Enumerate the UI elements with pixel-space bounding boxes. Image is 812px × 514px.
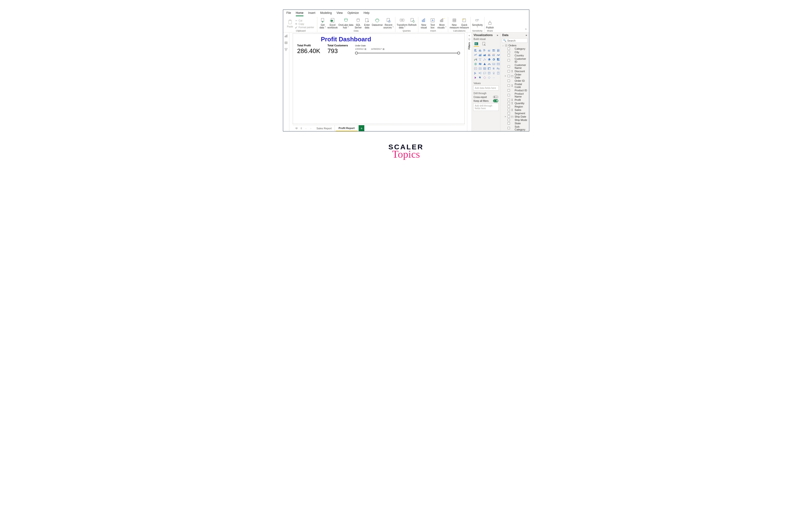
new-visual-button[interactable]: New visual xyxy=(420,17,428,29)
report-view-icon[interactable] xyxy=(284,34,288,38)
viz-line-stacked-column-icon[interactable] xyxy=(487,53,491,57)
model-view-icon[interactable] xyxy=(284,48,288,51)
build-visual-tab-icon[interactable] xyxy=(474,41,479,47)
menu-view[interactable]: View xyxy=(337,11,343,16)
field-checkbox[interactable] xyxy=(508,94,510,96)
values-well[interactable]: Add data fields here xyxy=(473,85,499,90)
field-checkbox[interactable] xyxy=(508,80,510,82)
viz-card-icon[interactable]: 123 xyxy=(492,62,496,66)
menu-file[interactable]: File xyxy=(287,11,291,16)
field-checkbox[interactable] xyxy=(508,99,510,101)
viz-powerapps-icon[interactable] xyxy=(474,76,477,80)
menu-home[interactable]: Home xyxy=(296,11,303,16)
viz-kpi-icon[interactable] xyxy=(474,67,477,71)
viz-waterfall-icon[interactable] xyxy=(474,58,477,61)
sql-server-button[interactable]: SQL Server xyxy=(354,17,362,29)
recent-sources-button[interactable]: Recent sources ˅ xyxy=(383,17,394,29)
field-product-name[interactable]: Product Name xyxy=(501,92,528,98)
field-region[interactable]: Region xyxy=(501,105,528,108)
paste-button[interactable]: Paste xyxy=(286,19,294,28)
viz-area-chart-icon[interactable] xyxy=(478,53,482,57)
viz-azure-map-icon[interactable] xyxy=(483,62,487,66)
field-checkbox[interactable] xyxy=(508,59,510,61)
slicer-end[interactable]: 12/30/2017▦ xyxy=(371,48,385,50)
page-nav-prev-icon[interactable]: ‹ xyxy=(304,127,308,130)
viz-pie-icon[interactable] xyxy=(487,58,491,61)
viz-smart-narrative-icon[interactable] xyxy=(487,71,491,75)
menu-modeling[interactable]: Modeling xyxy=(320,11,332,16)
viz-treemap-icon[interactable] xyxy=(496,58,500,61)
field-postal-code[interactable]: ΣPostal Code xyxy=(501,82,528,89)
viz-stacked-bar-icon[interactable] xyxy=(474,49,477,52)
menu-optimize[interactable]: Optimize xyxy=(347,11,358,16)
viz-python-visual-icon[interactable]: Py xyxy=(496,67,500,71)
viz-get-more-icon[interactable]: ⋯ xyxy=(492,76,496,80)
more-visuals-button[interactable]: +More visuals ˅ xyxy=(437,17,446,29)
fields-search-input[interactable]: 🔍 Search xyxy=(502,38,528,43)
field-order-id[interactable]: Order ID xyxy=(501,79,528,82)
viz-line-clustered-column-icon[interactable] xyxy=(492,53,496,57)
slider-thumb-left[interactable] xyxy=(355,52,358,54)
field-country[interactable]: Country xyxy=(501,54,528,57)
field-checkbox[interactable] xyxy=(508,122,510,125)
viz-donut-icon[interactable] xyxy=(492,58,496,61)
field-customer-name[interactable]: Customer Name xyxy=(501,63,528,70)
onelake-datahub-button[interactable]: OneLake data hub ˅ xyxy=(338,17,353,29)
copy-button[interactable]: ⧉Copy xyxy=(295,22,314,26)
viz-custom1-icon[interactable] xyxy=(483,76,487,80)
field-checkbox[interactable] xyxy=(508,48,510,50)
field-city[interactable]: City xyxy=(501,50,528,54)
field-checkbox[interactable] xyxy=(508,51,510,53)
refresh-button[interactable]: Refresh xyxy=(408,17,417,29)
viz-metrics-icon[interactable] xyxy=(492,71,496,75)
field-sales[interactable]: ΣSales xyxy=(501,108,528,112)
viz-100-stacked-bar-icon[interactable] xyxy=(492,49,496,52)
page-tab-sales-report[interactable]: Sales Report xyxy=(314,125,335,131)
field-checkbox[interactable] xyxy=(508,119,510,121)
viz-decomposition-tree-icon[interactable] xyxy=(478,71,482,75)
field-checkbox[interactable] xyxy=(508,75,510,77)
viz-multirow-card-icon[interactable] xyxy=(496,62,500,66)
pane-collapse-icon[interactable]: » xyxy=(497,34,498,36)
field-discount[interactable]: ΣDiscount xyxy=(501,70,528,73)
field-category[interactable]: Category xyxy=(501,47,528,50)
cut-button[interactable]: ✂Cut xyxy=(295,19,314,22)
field-checkbox[interactable] xyxy=(508,112,510,114)
viz-scatter-icon[interactable] xyxy=(483,58,487,61)
sensitivity-button[interactable]: Sensitivity ˅ xyxy=(472,17,483,29)
viz-table-icon[interactable] xyxy=(483,67,487,71)
viz-clustered-column-icon[interactable] xyxy=(487,49,491,52)
format-visual-tab-icon[interactable] xyxy=(481,41,487,47)
viz-slicer-icon[interactable] xyxy=(478,67,482,71)
viz-stacked-column-icon[interactable] xyxy=(478,49,482,52)
table-orders-node[interactable]: ⌄ Orders xyxy=(501,44,528,47)
field-checkbox[interactable] xyxy=(508,115,510,118)
field-quantity[interactable]: ΣQuantity xyxy=(501,102,528,105)
viz-stacked-area-icon[interactable] xyxy=(483,53,487,57)
enter-data-button[interactable]: Enter data xyxy=(363,17,371,29)
field-product-id[interactable]: Product ID xyxy=(501,89,528,92)
field-order-date[interactable]: >Order Date xyxy=(501,73,528,79)
page-add-button[interactable]: + xyxy=(358,125,364,131)
viz-ribbon-chart-icon[interactable] xyxy=(496,53,500,57)
excel-workbook-button[interactable]: XExcel workbook xyxy=(327,17,338,29)
field-segment[interactable]: Segment xyxy=(501,112,528,115)
viz-key-influencers-icon[interactable] xyxy=(474,71,477,75)
report-canvas[interactable]: Profit Dashboard Total Profit 286.40K To… xyxy=(293,33,465,124)
field-checkbox[interactable] xyxy=(508,65,510,67)
get-data-button[interactable]: Get data ˅ xyxy=(319,17,327,29)
viz-funnel-icon[interactable] xyxy=(478,58,482,61)
publish-button[interactable]: Publish xyxy=(486,20,494,29)
new-measure-button[interactable]: New measure xyxy=(450,17,459,29)
cross-report-toggle[interactable]: Off xyxy=(493,96,498,99)
field-customer-id[interactable]: Customer ID xyxy=(501,57,528,63)
field-checkbox[interactable] xyxy=(508,105,510,108)
field-checkbox[interactable] xyxy=(508,127,510,129)
quick-measure-button[interactable]: Quick measure xyxy=(460,17,469,29)
kpi-total-profit[interactable]: Total Profit 286.40K xyxy=(297,44,320,55)
viz-filled-map-icon[interactable] xyxy=(478,62,482,66)
kpi-total-customers[interactable]: Total Customers 793 xyxy=(327,44,348,55)
viz-clustered-bar-icon[interactable] xyxy=(483,49,487,52)
slider-thumb-right[interactable] xyxy=(457,52,460,54)
field-checkbox[interactable] xyxy=(508,54,510,57)
